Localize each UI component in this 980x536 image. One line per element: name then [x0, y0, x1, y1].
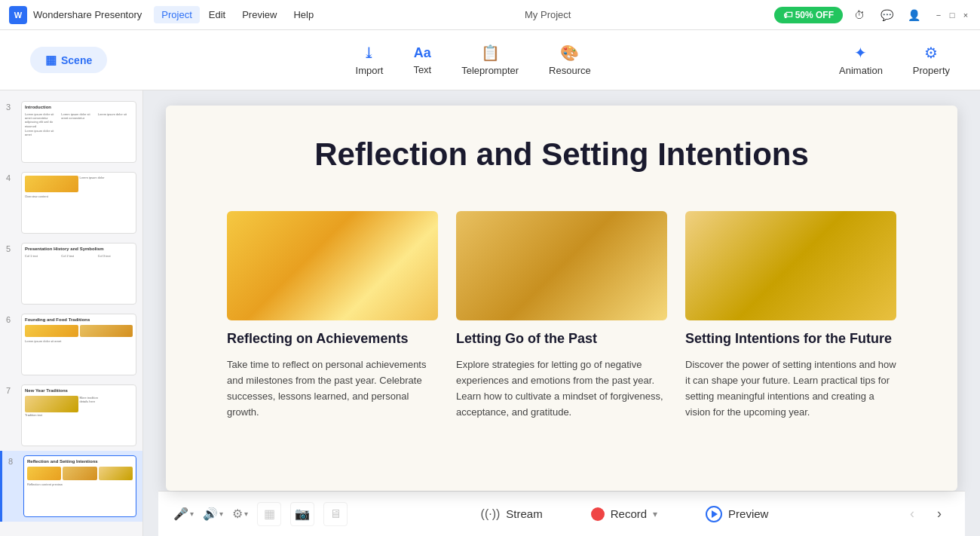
volume-dropdown-arrow[interactable]: ▾ — [219, 510, 223, 518]
slide-cards: Reflecting on Achievements Take time to … — [211, 211, 912, 420]
slide-thumb-8: Reflection and Setting Intentions Reflec… — [23, 455, 136, 517]
slide-panel: 3 Introduction Lorem ipsum dolor sit ame… — [0, 90, 143, 536]
volume-icon[interactable]: 🔊 — [203, 507, 218, 521]
prev-slide-button: ‹ — [902, 504, 923, 525]
layout-button: ▦ — [257, 502, 281, 526]
menu-bar: Project Edit Preview Help — [154, 6, 321, 23]
slide-card-3: Setting Intentions for the Future Discov… — [685, 211, 896, 420]
text-icon: Aa — [414, 45, 431, 61]
title-bar: W Wondershare Presentory Project Edit Pr… — [0, 0, 980, 30]
bottom-center-controls: ((·)) Stream Record ▾ Preview — [469, 501, 781, 527]
card-image-2 — [456, 211, 667, 320]
slide-item-6[interactable]: 6 Founding and Food Traditions Lorem ips… — [0, 309, 142, 380]
card-title-1: Reflecting on Achievements — [227, 331, 438, 347]
slide-main-title: Reflection and Setting Intentions — [211, 136, 912, 173]
toolbar-center: ⤓ Import Aa Text 📋 Teleprompter 🎨 Resour… — [356, 44, 591, 76]
toolbar-property[interactable]: ⚙ Property — [913, 44, 950, 76]
card-desc-1: Take time to reflect on personal achieve… — [227, 357, 438, 420]
project-title: My Project — [327, 9, 768, 20]
menu-preview[interactable]: Preview — [234, 6, 284, 23]
mic-icon[interactable]: 🎤 — [173, 507, 188, 521]
app-logo: W — [9, 6, 27, 24]
import-icon: ⤓ — [363, 44, 375, 62]
card-image-3 — [685, 211, 896, 320]
slide-thumb-6: Founding and Food Traditions Lorem ipsum… — [21, 314, 136, 375]
slide-thumb-7: New Year Traditions Tradition text More … — [21, 384, 136, 446]
slide-thumb-3: Introduction Lorem ipsum dolor sit amet … — [21, 101, 136, 163]
toolbar-right: ✦ Animation ⚙ Property — [839, 44, 950, 76]
screen-button[interactable]: 🖥 — [323, 502, 348, 526]
preview-circle-icon — [706, 506, 722, 522]
slide-card-1: Reflecting on Achievements Take time to … — [227, 211, 438, 420]
settings-dropdown-arrow[interactable]: ▾ — [244, 510, 248, 518]
property-icon: ⚙ — [924, 44, 938, 62]
scene-icon: ▦ — [45, 53, 57, 67]
timer-icon[interactable]: ⏱ — [849, 5, 870, 26]
slide-thumb-5: Presentation History and Symbolism Col 1… — [21, 243, 136, 305]
preview-action[interactable]: Preview — [694, 501, 780, 527]
user-icon[interactable]: 👤 — [903, 5, 924, 26]
toolbar-import[interactable]: ⤓ Import — [356, 44, 384, 76]
card-title-3: Setting Intentions for the Future — [685, 331, 896, 347]
promo-button[interactable]: 🏷 50% OFF — [774, 7, 843, 23]
next-slide-button[interactable]: › — [929, 504, 950, 525]
toolbar-animation[interactable]: ✦ Animation — [839, 44, 883, 76]
main-layout: 3 Introduction Lorem ipsum dolor sit ame… — [0, 90, 980, 536]
settings-control: ⚙ ▾ — [232, 507, 248, 521]
toolbar-text[interactable]: Aa Text — [413, 45, 431, 75]
menu-edit[interactable]: Edit — [201, 6, 233, 23]
slide-item-7[interactable]: 7 New Year Traditions Tradition text Mor… — [0, 380, 142, 451]
record-action[interactable]: Record ▾ — [579, 503, 669, 525]
slide-item-8[interactable]: 8 Reflection and Setting Intentions Refl… — [0, 451, 142, 522]
slide-canvas: Reflection and Setting Intentions Reflec… — [166, 106, 957, 491]
canvas-area: Reflection and Setting Intentions Reflec… — [143, 90, 980, 536]
scene-button[interactable]: ▦ Scene — [30, 47, 107, 73]
bottom-bar: 🎤 ▾ 🔊 ▾ ⚙ ▾ ▦ 📷 🖥 ((·)) Stream — [158, 491, 965, 536]
slide-item-3[interactable]: 3 Introduction Lorem ipsum dolor sit ame… — [0, 96, 142, 167]
resource-icon: 🎨 — [560, 44, 579, 62]
mic-dropdown-arrow[interactable]: ▾ — [190, 510, 194, 518]
card-title-2: Letting Go of the Past — [456, 331, 667, 347]
camera-button[interactable]: 📷 — [290, 502, 314, 526]
maximize-button[interactable]: □ — [947, 10, 957, 20]
volume-control: 🔊 ▾ — [203, 507, 223, 521]
chat-icon[interactable]: 💬 — [876, 5, 897, 26]
window-controls: − □ × — [933, 10, 971, 20]
slide-card-2: Letting Go of the Past Explore strategie… — [456, 211, 667, 420]
toolbar-left: ▦ Scene — [30, 47, 107, 73]
minimize-button[interactable]: − — [933, 10, 944, 20]
app-name: Wondershare Presentory — [33, 9, 142, 20]
record-dot-icon — [591, 507, 605, 521]
preview-play-icon — [712, 510, 718, 518]
slide-thumb-4: Overview content Lorem ipsum dolor — [21, 172, 136, 234]
card-image-1 — [227, 211, 438, 320]
animation-icon: ✦ — [854, 44, 867, 62]
stream-icon: ((·)) — [481, 507, 501, 521]
record-dropdown-arrow[interactable]: ▾ — [653, 509, 657, 519]
bottom-right-controls: ‹ › — [902, 504, 950, 525]
toolbar-teleprompter[interactable]: 📋 Teleprompter — [461, 44, 519, 76]
slide-item-5[interactable]: 5 Presentation History and Symbolism Col… — [0, 238, 142, 309]
stream-action[interactable]: ((·)) Stream — [469, 503, 555, 525]
close-button[interactable]: × — [960, 10, 971, 20]
settings-icon[interactable]: ⚙ — [232, 507, 243, 521]
teleprompter-icon: 📋 — [481, 44, 500, 62]
menu-help[interactable]: Help — [286, 6, 321, 23]
bottom-left-controls: 🎤 ▾ 🔊 ▾ ⚙ ▾ ▦ 📷 🖥 — [173, 502, 348, 526]
card-desc-3: Discover the power of setting intentions… — [685, 357, 896, 420]
mic-control: 🎤 ▾ — [173, 507, 194, 521]
toolbar: ▦ Scene ⤓ Import Aa Text 📋 Teleprompter … — [0, 30, 980, 90]
card-desc-2: Explore strategies for letting go of neg… — [456, 357, 667, 420]
toolbar-resource[interactable]: 🎨 Resource — [549, 44, 591, 76]
slide-item-4[interactable]: 4 Overview content Lorem ipsum dolor — [0, 167, 142, 238]
menu-project[interactable]: Project — [154, 6, 199, 23]
title-actions: 🏷 50% OFF ⏱ 💬 👤 − □ × — [774, 5, 971, 26]
